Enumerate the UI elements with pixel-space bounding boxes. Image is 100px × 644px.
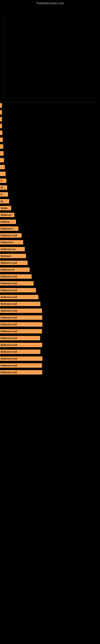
bar-fill bbox=[0, 103, 2, 108]
bar-fill: 5 bbox=[0, 178, 6, 183]
bar-fill: Bo bbox=[0, 199, 9, 204]
bar-label: Bottleneck result bbox=[1, 276, 17, 278]
bar-fill bbox=[0, 158, 4, 162]
bar-label: Bottleneck result bbox=[1, 316, 17, 319]
bar-fill: Bottleneck result bbox=[0, 233, 22, 238]
bar-fill: Bottleneck result bbox=[0, 336, 40, 340]
bar-label: Bottleneck result bbox=[1, 289, 17, 292]
bar-label: Bottlen bbox=[1, 207, 8, 209]
bar-row: Bottleneck result bbox=[0, 356, 100, 362]
bar-label: Bottleneck re bbox=[1, 241, 13, 244]
bars-section: 5BoBBoBottlenBottleneck rBottlenecBottle… bbox=[0, 102, 100, 376]
site-title: TheBottlenecker.com bbox=[0, 0, 100, 6]
bar-row: Bottleneck result bbox=[0, 273, 100, 280]
bar-fill: Bottleneck re bbox=[0, 226, 18, 231]
bar-row: B bbox=[0, 191, 100, 198]
bar-label: Bottleneck re bbox=[1, 228, 13, 230]
bar-label: Bottleneck result bbox=[1, 358, 17, 360]
bar-row bbox=[0, 171, 100, 177]
bar-fill: Bottleneck r bbox=[0, 213, 14, 217]
bar-row: Bo bbox=[0, 198, 100, 204]
bar-row bbox=[0, 109, 100, 116]
bar-fill: Bottleneck result bbox=[0, 308, 42, 313]
bar-fill: Bottleneck re bbox=[0, 240, 23, 244]
bar-row: Bottleneck result bbox=[0, 232, 100, 239]
bar-fill bbox=[0, 172, 6, 176]
bar-row: 5 bbox=[0, 178, 100, 184]
bar-label: Bottleneck result bbox=[1, 303, 17, 305]
bar-fill: Bottleneck result bbox=[0, 288, 36, 292]
bar-label: Bo bbox=[1, 200, 3, 202]
bar-row: Bottleneck result bbox=[0, 260, 100, 266]
bar-fill: Bottleneck result bbox=[0, 295, 38, 299]
bar-fill bbox=[0, 130, 2, 135]
bar-fill: Bottleneck result bbox=[0, 302, 40, 306]
bar-label: Bottleneck res bbox=[1, 269, 15, 271]
bar-fill: Bottleneck result bbox=[0, 322, 42, 327]
bar-fill: Bottleneck result bbox=[0, 274, 32, 279]
bar-row: Bottleneck result bbox=[0, 348, 100, 355]
bar-label: Bottleneck bbox=[1, 255, 11, 257]
bar-row: Bottleneck result bbox=[0, 328, 100, 334]
bar-fill: Bottleneck result bbox=[0, 281, 34, 286]
bar-label: Bottleneck result bbox=[1, 296, 17, 298]
chart-top-area bbox=[0, 6, 100, 102]
bar-row: Bottleneck result bbox=[0, 287, 100, 294]
bar-row bbox=[0, 123, 100, 129]
bar-fill bbox=[0, 110, 2, 114]
bar-fill bbox=[0, 165, 5, 169]
bar-row: Bottleneck result bbox=[0, 308, 100, 314]
bar-row: Bottleneck result bbox=[0, 314, 100, 321]
bar-row: Bottleneck bbox=[0, 253, 100, 259]
bar-fill bbox=[0, 144, 3, 149]
bar-row: Bottleneck result bbox=[0, 294, 100, 300]
bar-row: Bottleneck result bbox=[0, 335, 100, 341]
bar-row bbox=[0, 150, 100, 156]
bar-fill: Bottleneck result bbox=[0, 363, 42, 368]
bar-fill: Bottleneck res bbox=[0, 268, 30, 272]
bar-row bbox=[0, 116, 100, 122]
bar-row: Bottleneck res bbox=[0, 266, 100, 273]
bar-row: Bottleneck result bbox=[0, 342, 100, 348]
bar-label: Bottleneck result bbox=[1, 234, 17, 237]
bar-fill bbox=[0, 151, 3, 156]
bar-label: Bo bbox=[1, 186, 3, 189]
bar-row bbox=[0, 143, 100, 150]
bar-fill: Bottleneck result bbox=[0, 343, 42, 347]
bar-label: Bottleneck result bbox=[1, 344, 17, 346]
bar-row bbox=[0, 136, 100, 143]
bar-label: Bottleneck result bbox=[1, 371, 17, 374]
bar-row: Bottleneck r bbox=[0, 212, 100, 218]
bar-row: Bottleneck result bbox=[0, 321, 100, 328]
bar-row: Bottlenec bbox=[0, 218, 100, 225]
bar-fill bbox=[0, 138, 3, 142]
bar-label: Bottleneck result bbox=[1, 282, 17, 284]
bar-row: Bottleneck resu bbox=[0, 246, 100, 252]
bar-row: Bo bbox=[0, 184, 100, 191]
bar-label: Bottleneck result bbox=[1, 330, 17, 332]
bar-label: 5 bbox=[1, 180, 2, 182]
bar-row bbox=[0, 164, 100, 170]
bar-fill: Bottlenec bbox=[0, 220, 16, 224]
bar-row: Bottleneck result bbox=[0, 280, 100, 286]
bar-row: Bottlen bbox=[0, 205, 100, 211]
bar-fill: Bottleneck result bbox=[0, 329, 42, 334]
bar-row: Bottleneck result bbox=[0, 362, 100, 369]
bar-fill: Bottleneck bbox=[0, 254, 26, 258]
bar-fill: Bottleneck result bbox=[0, 370, 42, 374]
bar-fill: B bbox=[0, 192, 8, 196]
bar-label: B bbox=[1, 194, 2, 196]
bar-label: Bottleneck resu bbox=[1, 248, 16, 250]
bar-label: Bottleneck result bbox=[1, 262, 17, 264]
bar-fill: Bo bbox=[0, 185, 7, 190]
bar-label: Bottleneck result bbox=[1, 324, 17, 326]
bar-label: Bottleneck result bbox=[1, 351, 17, 353]
bar-label: Bottleneck result bbox=[1, 364, 17, 367]
bar-label: Bottlenec bbox=[1, 221, 10, 223]
bar-fill: Bottleneck result bbox=[0, 315, 42, 320]
bar-fill: Bottleneck result bbox=[0, 350, 40, 354]
bar-fill bbox=[0, 117, 2, 121]
bar-row: Bottleneck result bbox=[0, 301, 100, 307]
bar-row: Bottleneck re bbox=[0, 226, 100, 232]
bar-row bbox=[0, 102, 100, 109]
